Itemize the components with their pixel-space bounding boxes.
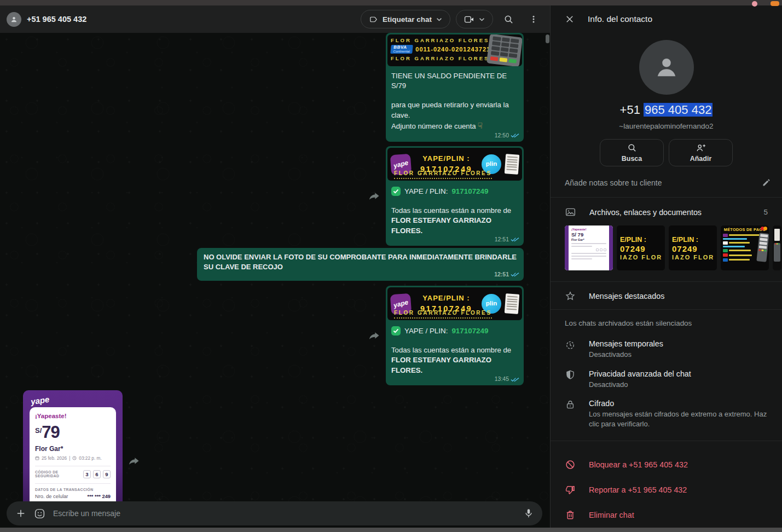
forward-icon[interactable] bbox=[368, 191, 380, 201]
yape-plin-image[interactable]: yape YAPE/PLIN : 917107249 plin FLOR GAR… bbox=[387, 287, 522, 320]
section-divider bbox=[551, 441, 782, 441]
add-contact-button[interactable]: Añadir bbox=[669, 139, 733, 166]
message-text: NO OLVIDE ENVIAR LA FOTO DE SU COMPROBAN… bbox=[204, 253, 517, 271]
forward-icon[interactable] bbox=[368, 331, 380, 340]
image-title: YAPE/PLIN : bbox=[422, 293, 470, 303]
disappearing-messages-title: Mensajes temporales bbox=[589, 339, 768, 348]
label-chat-button[interactable]: Etiquetar chat bbox=[361, 10, 450, 28]
media-thumb-metodos-pago[interactable]: MÉTODOS DE PAGO bbox=[721, 225, 769, 270]
search-button-label: Busca bbox=[622, 155, 642, 163]
receipt-title: ¡Yapeaste! bbox=[35, 413, 111, 419]
caption-phone-link[interactable]: 917107249 bbox=[451, 187, 488, 197]
chat-contact-name[interactable]: +51 965 405 432 bbox=[27, 15, 361, 24]
yape-plin-image[interactable]: yape YAPE/PLIN : 917107249 plin FLOR GAR… bbox=[387, 148, 522, 181]
contact-phone-number[interactable]: +51 965 405 432 bbox=[551, 103, 782, 117]
media-thumb-receipt[interactable]: ¡Yapeaste! S/ 79 Flor Gar* bbox=[565, 225, 613, 270]
pencil-icon[interactable] bbox=[762, 178, 771, 187]
browser-profile-dot[interactable] bbox=[752, 1, 757, 7]
delete-chat-row[interactable]: Eliminar chat bbox=[551, 502, 782, 528]
advanced-privacy-row[interactable]: Privacidad avanzada del chat Desactivado bbox=[551, 369, 782, 390]
contact-username: ~laurentepalominofernando2 bbox=[551, 122, 782, 130]
disappearing-messages-row[interactable]: Mensajes temporales Desactivados bbox=[551, 339, 782, 360]
disappearing-messages-status: Desactivados bbox=[589, 350, 768, 360]
starred-messages-row[interactable]: Mensajes destacados bbox=[551, 291, 782, 302]
browser-extension-dot[interactable] bbox=[771, 1, 779, 6]
encryption-row[interactable]: Cifrado Los mensajes están cifrados de e… bbox=[551, 399, 782, 429]
forward-icon[interactable] bbox=[128, 456, 140, 466]
yape-brand-logo: yape bbox=[30, 394, 50, 406]
video-call-button[interactable] bbox=[456, 10, 493, 28]
media-thumb-yape-plin-1[interactable]: E/PLIN : 07249 IAZO FLOR bbox=[617, 225, 665, 270]
label-chat-text: Etiquetar chat bbox=[383, 15, 432, 24]
paper-list-graphic bbox=[505, 154, 519, 175]
search-button[interactable] bbox=[499, 9, 518, 29]
whatsapp-window: +51 965 405 432 Etiquetar chat bbox=[0, 0, 782, 532]
calendar-icon bbox=[35, 456, 39, 460]
media-thumb-yape-plin-2[interactable]: E/PLIN : 07249 IAZO FLOR bbox=[669, 225, 717, 270]
message-text-line: FLOR ESTEFANY GARRIAZO FLORES. bbox=[391, 355, 518, 375]
report-contact-label: Reportar a +51 965 405 432 bbox=[589, 485, 687, 494]
encryption-description: Los mensajes están cifrados de extremo a… bbox=[589, 409, 768, 429]
microphone-icon[interactable] bbox=[524, 508, 534, 519]
image-title: YAPE/PLIN : bbox=[422, 154, 470, 164]
block-contact-row[interactable]: Bloquear a +51 965 405 432 bbox=[551, 452, 782, 477]
menu-kebab-button[interactable] bbox=[524, 9, 543, 29]
lock-icon bbox=[565, 399, 576, 410]
message-reminder: NO OLVIDE ENVIAR LA FOTO DE SU COMPROBAN… bbox=[23, 248, 524, 281]
read-receipt-icon bbox=[511, 271, 519, 277]
composer-pill[interactable] bbox=[7, 501, 542, 525]
section-divider bbox=[551, 281, 782, 282]
caption-phone-link[interactable]: 917107249 bbox=[451, 326, 488, 337]
media-count: 5 bbox=[763, 208, 768, 216]
receipt-payee: Flor Gar* bbox=[35, 445, 111, 453]
message-text-line: Todas las cuentas están a nombre de bbox=[391, 206, 518, 216]
receipt-card: ¡Yapeaste! S/79 Flor Gar* 25 feb. 2026 | bbox=[30, 407, 116, 501]
message-bubble[interactable]: NO OLVIDE ENVIAR LA FOTO DE SU COMPROBAN… bbox=[197, 248, 524, 281]
message-text-line: para que pueda retirarlo y enviarla la c… bbox=[391, 100, 518, 120]
receipt-amount: S/79 bbox=[35, 423, 111, 442]
starred-messages-label: Mensajes destacados bbox=[589, 292, 768, 300]
media-icon bbox=[565, 206, 576, 218]
contact-avatar[interactable] bbox=[7, 12, 21, 27]
paper-list-graphic bbox=[505, 293, 519, 314]
message-input[interactable] bbox=[53, 509, 516, 518]
chevron-down-icon bbox=[479, 18, 485, 21]
message-bubble[interactable]: yape YAPE/PLIN : 917107249 plin FLOR GAR… bbox=[386, 146, 524, 246]
message-text-line: TIENE UN SALDO PENDIENTE DE S/79 bbox=[391, 71, 518, 91]
trash-icon bbox=[565, 510, 576, 521]
media-section-header[interactable]: Archivos, enlaces y documentos 5 bbox=[551, 206, 782, 218]
emoji-sticker-icon[interactable] bbox=[34, 508, 45, 519]
attach-plus-icon[interactable] bbox=[15, 508, 26, 519]
message-bbva-account: FLOR GARRIAZO FLORES BBVA Continental 00… bbox=[23, 33, 524, 142]
encryption-title: Cifrado bbox=[589, 399, 768, 408]
chat-column: +51 965 405 432 Etiquetar chat bbox=[0, 5, 551, 528]
message-time: 12:51 bbox=[495, 235, 509, 243]
media-thumb-partial[interactable] bbox=[773, 225, 781, 270]
bbva-logo: BBVA Continental bbox=[390, 45, 413, 54]
bank-account-number: 0011-0240-0201243721 bbox=[415, 45, 490, 54]
report-contact-row[interactable]: Reportar a +51 965 405 432 bbox=[551, 477, 782, 502]
message-yape-receipt: yape ¡Yapeaste! S/79 Flor Gar* bbox=[23, 390, 524, 501]
contact-profile-photo[interactable] bbox=[639, 40, 694, 95]
message-bubble[interactable]: yape YAPE/PLIN : 917107249 plin FLOR GAR… bbox=[386, 286, 524, 385]
archived-muted-note: Los chats archivados están silenciados bbox=[551, 319, 782, 327]
image-holder-name: FLOR GARRIAZO FLORES bbox=[394, 309, 492, 319]
person-icon bbox=[10, 15, 18, 24]
search-in-chat-button[interactable]: Busca bbox=[600, 139, 664, 166]
message-text-line: Todas las cuentas están a nombre de bbox=[391, 345, 518, 355]
security-code-digits: 369 bbox=[83, 470, 111, 478]
pos-terminal-graphic bbox=[486, 34, 522, 66]
selected-text: 965 405 432 bbox=[644, 103, 713, 117]
message-bubble[interactable]: FLOR GARRIAZO FLORES BBVA Continental 00… bbox=[386, 33, 524, 142]
bbva-account-image[interactable]: FLOR GARRIAZO FLORES BBVA Continental 00… bbox=[387, 34, 522, 66]
chat-scrollbar[interactable] bbox=[546, 34, 549, 43]
section-divider bbox=[551, 197, 782, 198]
yape-receipt-image[interactable]: yape ¡Yapeaste! S/79 Flor Gar* bbox=[23, 390, 123, 501]
tag-icon bbox=[369, 15, 378, 24]
notes-field[interactable]: Añade notas sobre tu cliente bbox=[551, 178, 782, 187]
chat-message-list[interactable]: FLOR GARRIAZO FLORES BBVA Continental 00… bbox=[0, 33, 550, 501]
thumbs-down-icon bbox=[565, 484, 576, 495]
timer-icon bbox=[565, 339, 576, 350]
security-code-label: CÓDIGO DE SEGURIDAD bbox=[35, 470, 83, 478]
close-icon[interactable] bbox=[565, 14, 575, 24]
